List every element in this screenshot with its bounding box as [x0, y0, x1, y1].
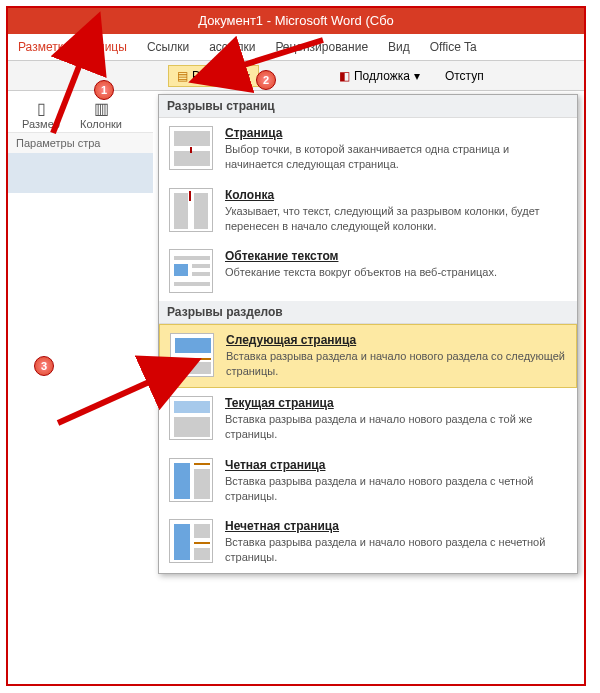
item-title: Текущая страница — [225, 396, 567, 410]
page-break-icon — [169, 126, 213, 170]
page-setup-caption: Параметры стра — [8, 132, 153, 153]
item-desc: Указывает, что текст, следующий за разры… — [225, 204, 567, 234]
item-desc: Вставка разрыва раздела и начало нового … — [226, 349, 566, 379]
even-page-icon — [169, 458, 213, 502]
menu-item-odd-page[interactable]: Нечетная страница Вставка разрыва раздел… — [159, 511, 577, 573]
tab-office[interactable]: Office Ta — [420, 34, 487, 60]
item-title: Страница — [225, 126, 567, 140]
watermark-icon: ◧ — [339, 69, 350, 83]
item-title: Четная страница — [225, 458, 567, 472]
annotation-badge-3: 3 — [34, 356, 54, 376]
menu-item-page-break[interactable]: Страница Выбор точки, в которой заканчив… — [159, 118, 577, 180]
menu-item-text-wrapping[interactable]: Обтекание текстом Обтекание текста вокру… — [159, 241, 577, 301]
tab-mailings[interactable]: ассылки — [199, 34, 265, 60]
size-button[interactable]: ▯ Размер — [16, 99, 66, 130]
size-label: Размер — [16, 118, 66, 130]
next-page-icon — [170, 333, 214, 377]
item-desc: Выбор точки, в которой заканчивается одн… — [225, 142, 567, 172]
dropdown-header-page-breaks: Разрывы страниц — [159, 95, 577, 118]
column-break-icon — [169, 188, 213, 232]
columns-label: Колонки — [76, 118, 126, 130]
odd-page-icon — [169, 519, 213, 563]
item-desc: Вставка разрыва раздела и начало нового … — [225, 412, 567, 442]
dropdown-header-section-breaks: Разрывы разделов — [159, 301, 577, 324]
item-desc: Вставка разрыва раздела и начало нового … — [225, 535, 567, 565]
item-title: Обтекание текстом — [225, 249, 497, 263]
menu-item-continuous[interactable]: Текущая страница Вставка разрыва раздела… — [159, 388, 577, 450]
menu-item-column-break[interactable]: Колонка Указывает, что текст, следующий … — [159, 180, 577, 242]
watermark-button[interactable]: ◧ Подложка ▾ — [339, 69, 420, 83]
window-title: Документ1 - Microsoft Word (Сбо — [8, 8, 584, 34]
breaks-button[interactable]: ▤ Разрывы ▾ — [168, 65, 259, 87]
indent-label: Отступ — [445, 69, 484, 83]
tab-page-layout[interactable]: Разметка страницы — [8, 34, 137, 60]
chevron-down-icon: ▾ — [414, 69, 420, 83]
annotation-badge-1: 1 — [94, 80, 114, 100]
columns-button[interactable]: ▥ Колонки — [76, 99, 126, 130]
item-desc: Обтекание текста вокруг объектов на веб-… — [225, 265, 497, 280]
menu-item-even-page[interactable]: Четная страница Вставка разрыва раздела … — [159, 450, 577, 512]
tab-view[interactable]: Вид — [378, 34, 420, 60]
tab-links[interactable]: Ссылки — [137, 34, 199, 60]
tab-review[interactable]: Рецензирование — [265, 34, 378, 60]
menu-item-next-page[interactable]: Следующая страница Вставка разрыва разде… — [159, 324, 577, 388]
item-title: Следующая страница — [226, 333, 566, 347]
document-area — [8, 153, 153, 193]
breaks-icon: ▤ — [177, 69, 188, 83]
watermark-label: Подложка — [354, 69, 410, 83]
breaks-dropdown: Разрывы страниц Страница Выбор точки, в … — [158, 94, 578, 574]
svg-line-2 — [58, 378, 158, 423]
annotation-badge-2: 2 — [256, 70, 276, 90]
item-desc: Вставка разрыва раздела и начало нового … — [225, 474, 567, 504]
breaks-label: Разрывы — [192, 69, 242, 83]
item-title: Колонка — [225, 188, 567, 202]
chevron-down-icon: ▾ — [246, 71, 250, 80]
ribbon-tabs: Разметка страницы Ссылки ассылки Рецензи… — [8, 34, 584, 61]
continuous-icon — [169, 396, 213, 440]
text-wrapping-icon — [169, 249, 213, 293]
item-title: Нечетная страница — [225, 519, 567, 533]
